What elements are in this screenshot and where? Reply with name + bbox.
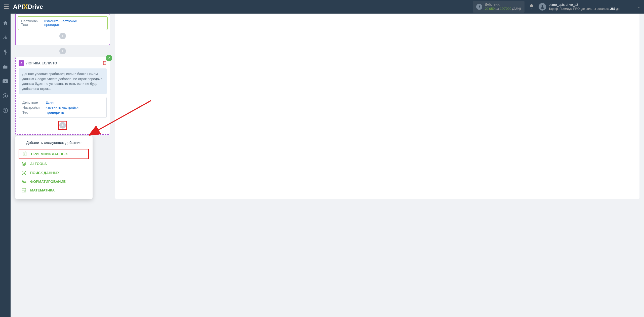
info-icon: i <box>476 4 482 10</box>
card-header: 4 ЛОГИКА ЕСЛИ/ТО <box>19 60 107 66</box>
test-link[interactable]: проверить <box>44 23 61 27</box>
popup-item-label: ПОИСК ДАННЫХ <box>30 171 60 175</box>
sidebar-home[interactable] <box>0 18 11 28</box>
popup-item-label: ПРИЕМНИК ДАННЫХ <box>31 152 68 156</box>
popup-title: Добавить следующее действие <box>19 140 89 145</box>
popup-item-math[interactable]: МАТЕМАТИКА <box>19 186 89 195</box>
sidebar-video[interactable] <box>0 76 11 86</box>
add-action-popup: Добавить следующее действие ПРИЕМНИК ДАН… <box>15 136 93 199</box>
popup-item-formatting[interactable]: Aa ФОРМАТИРОВАНИЕ <box>19 177 89 186</box>
sidebar <box>0 14 11 317</box>
ai-icon <box>21 161 27 166</box>
format-icon: Aa <box>21 179 27 184</box>
previous-step-card: Настройки изменить настройки Тест провер… <box>15 14 110 45</box>
annotation-arrow <box>89 98 155 141</box>
logo-drive: Drive <box>28 3 43 10</box>
svg-rect-5 <box>3 66 8 69</box>
add-step-button[interactable]: + <box>59 33 66 39</box>
user-name: demo_apix-drive_s3 <box>549 3 620 7</box>
add-next-action-button[interactable]: + <box>59 122 66 129</box>
add-highlighted-box: + <box>58 121 67 130</box>
card-row: Настройки изменить настройки <box>21 19 104 22</box>
sidebar-briefcase[interactable] <box>0 62 11 71</box>
svg-point-1 <box>5 36 6 36</box>
sidebar-help[interactable] <box>0 106 11 115</box>
action-link[interactable]: Если <box>46 100 54 104</box>
sidebar-user[interactable] <box>0 91 11 101</box>
logo-x: X <box>23 3 28 11</box>
check-icon: ✓ <box>106 55 112 61</box>
svg-point-13 <box>23 172 24 173</box>
header-right: i Действия: 22'059 из 100'000 (22%) demo… <box>473 1 640 13</box>
settings-link[interactable]: изменить настройки <box>44 19 77 22</box>
user-text: demo_apix-drive_s3 Тариф |Премиум PRO| д… <box>549 3 620 11</box>
add-between-button[interactable]: + <box>59 48 66 54</box>
card-row: Тест проверить <box>21 22 104 27</box>
svg-point-11 <box>23 163 25 165</box>
math-icon <box>21 188 27 193</box>
svg-line-16 <box>97 101 151 131</box>
svg-point-0 <box>542 5 543 7</box>
actions-text: Действия: 22'059 из 100'000 (22%) <box>485 3 521 11</box>
avatar-icon <box>539 3 546 11</box>
menu-icon[interactable]: ☰ <box>4 3 9 10</box>
step-number: 4 <box>19 60 24 66</box>
change-settings-link[interactable]: изменить настройки <box>46 105 78 109</box>
clipboard-icon <box>22 151 27 156</box>
trash-icon[interactable] <box>103 60 107 66</box>
step-title: ЛОГИКА ЕСЛИ/ТО <box>26 61 101 65</box>
popup-item-label: AI TOOLS <box>30 162 47 166</box>
user-tariff: Тариф |Премиум PRO| до оплаты осталось 2… <box>549 7 620 11</box>
popup-item-data-receiver[interactable]: ПРИЕМНИК ДАННЫХ <box>19 149 89 159</box>
logo-api: API <box>13 3 23 10</box>
sidebar-connections[interactable] <box>0 33 11 42</box>
verify-link[interactable]: проверить <box>46 110 64 114</box>
bell-icon[interactable] <box>529 4 534 10</box>
popup-item-data-search[interactable]: ПОИСК ДАННЫХ <box>19 168 89 177</box>
popup-item-label: МАТЕМАТИКА <box>30 188 55 192</box>
actions-numbers: 22'059 из 100'000 (22%) <box>485 7 521 11</box>
popup-item-ai-tools[interactable]: AI TOOLS <box>19 159 89 168</box>
info-box: Данное условие сработает, если в блоке П… <box>19 68 107 94</box>
svg-point-2 <box>4 38 4 39</box>
svg-point-4 <box>6 38 7 39</box>
sidebar-billing[interactable] <box>0 47 11 57</box>
actions-label: Действия: <box>485 3 521 7</box>
logo[interactable]: APIXDrive <box>13 3 43 11</box>
inner-green-card: Настройки изменить настройки Тест провер… <box>18 16 108 30</box>
search-data-icon <box>21 170 27 175</box>
actions-usage-box[interactable]: i Действия: 22'059 из 100'000 (22%) <box>473 1 524 13</box>
right-panel <box>115 14 639 199</box>
popup-item-label: ФОРМАТИРОВАНИЕ <box>30 180 66 184</box>
chevron-down-icon: ⌄ <box>637 5 640 9</box>
user-menu[interactable]: demo_apix-drive_s3 Тариф |Премиум PRO| д… <box>539 3 640 11</box>
svg-point-8 <box>5 95 6 96</box>
app-header: ☰ APIXDrive i Действия: 22'059 из 100'00… <box>0 0 644 14</box>
svg-point-3 <box>5 38 6 39</box>
